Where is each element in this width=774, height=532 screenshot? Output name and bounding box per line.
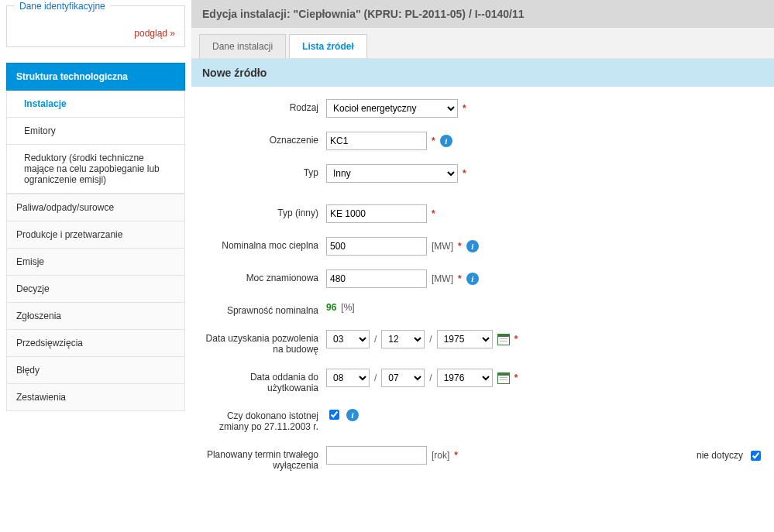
label-oznaczenie: Oznaczenie	[202, 132, 326, 146]
menu-fuels[interactable]: Paliwa/odpady/surowce	[6, 194, 185, 221]
label-data-odd: Data oddania do użytkowania	[202, 369, 326, 393]
label-sprawnosc: Sprawność nominalna	[202, 302, 326, 316]
unit-nom-moc: [MW]	[432, 241, 453, 252]
page-title: Edycja instalacji: "Ciepłownia" (KPRU: P…	[191, 0, 774, 28]
calendar-icon[interactable]	[497, 334, 510, 345]
input-typ-inny[interactable]	[326, 204, 427, 223]
menu-errors[interactable]: Błędy	[6, 357, 185, 384]
sidebar-menu: Struktura technologiczna Instalacje Emit…	[6, 63, 185, 411]
label-nie-dotyczy: nie dotyczy	[697, 450, 743, 461]
tab-sources-list[interactable]: Lista źródeł	[289, 34, 367, 58]
unit-plan-wyl: [rok]	[432, 450, 449, 461]
required-mark: *	[454, 450, 458, 461]
source-form: Rodzaj Kocioł energetyczny * Oznaczenie …	[191, 87, 774, 508]
select-rodzaj[interactable]: Kocioł energetyczny	[326, 99, 458, 118]
label-typ: Typ	[202, 164, 326, 178]
input-oznaczenie[interactable]	[326, 132, 427, 150]
required-mark: *	[432, 208, 435, 219]
submenu-emitters[interactable]: Emitory	[6, 118, 185, 145]
identity-card-title: Dane identyfikacyjne	[15, 1, 110, 12]
preview-link[interactable]: podgląd »	[134, 28, 175, 39]
select-pozw-day[interactable]: 03	[326, 330, 370, 348]
required-mark: *	[432, 136, 435, 146]
menu-production[interactable]: Produkcje i przetwarzanie	[6, 221, 185, 249]
select-pozw-year[interactable]: 1975	[437, 330, 493, 348]
info-icon[interactable]: i	[466, 240, 479, 252]
tabstrip: Dane instalacji Lista źródeł	[191, 28, 774, 59]
label-data-pozw: Data uzyskania pozwolenia na budowę	[202, 330, 326, 355]
label-moc-zn: Moc znamionowa	[202, 269, 326, 283]
menu-head-structure[interactable]: Struktura technologiczna	[6, 63, 185, 91]
identity-card: Dane identyfikacyjne podgląd »	[6, 5, 185, 47]
info-icon[interactable]: i	[466, 273, 479, 285]
input-nom-moc[interactable]	[326, 237, 427, 256]
select-pozw-month[interactable]: 12	[381, 330, 425, 348]
unit-moc-zn: [MW]	[432, 273, 453, 284]
required-mark: *	[514, 334, 518, 345]
checkbox-zmiana[interactable]	[329, 410, 339, 420]
required-mark: *	[458, 273, 462, 284]
label-typ-inny: Typ (inny)	[202, 204, 326, 218]
menu-summaries[interactable]: Zestawienia	[6, 384, 185, 411]
required-mark: *	[463, 103, 466, 114]
value-sprawnosc: 96	[326, 302, 336, 313]
select-odd-day[interactable]: 08	[326, 369, 370, 387]
unit-sprawnosc: [%]	[341, 302, 354, 313]
calendar-icon[interactable]	[497, 372, 510, 384]
required-mark: *	[458, 241, 462, 252]
menu-decisions[interactable]: Decyzje	[6, 276, 185, 303]
info-icon[interactable]: i	[346, 409, 359, 421]
label-zmiana: Czy dokonano istotnej zmiany po 27.11.20…	[202, 407, 326, 432]
required-mark: *	[514, 372, 518, 383]
menu-emissions[interactable]: Emisje	[6, 249, 185, 276]
checkbox-nie-dotyczy[interactable]	[751, 451, 761, 461]
select-odd-year[interactable]: 1976	[437, 369, 493, 387]
input-plan-wyl[interactable]	[326, 446, 427, 465]
select-odd-month[interactable]: 07	[381, 369, 425, 387]
section-title: Nowe źródło	[191, 59, 774, 87]
label-rodzaj: Rodzaj	[202, 99, 326, 113]
select-typ[interactable]: Inny	[326, 164, 458, 183]
label-plan-wyl: Planowany termin trwałego wyłączenia	[202, 446, 326, 471]
menu-reports[interactable]: Zgłoszenia	[6, 303, 185, 330]
menu-projects[interactable]: Przedsięwzięcia	[6, 330, 185, 357]
required-mark: *	[463, 168, 466, 179]
label-nom-moc: Nominalna moc cieplna	[202, 237, 326, 251]
info-icon[interactable]: i	[440, 135, 452, 147]
tab-installation-data[interactable]: Dane instalacji	[199, 34, 286, 58]
submenu-installations[interactable]: Instalacje	[6, 91, 185, 118]
submenu-reducers[interactable]: Reduktory (środki techniczne mające na c…	[6, 145, 185, 194]
input-moc-zn[interactable]	[326, 269, 427, 288]
